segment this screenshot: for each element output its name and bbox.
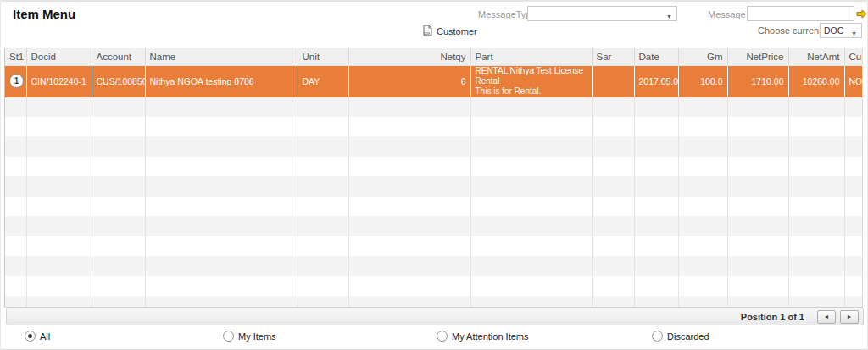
empty-cell xyxy=(592,136,634,157)
empty-cell xyxy=(844,216,863,236)
empty-cell xyxy=(5,256,26,276)
empty-cell xyxy=(634,117,678,137)
column-header-part[interactable]: Part xyxy=(470,48,592,65)
empty-cell xyxy=(634,176,678,197)
column-header-cur[interactable]: Cur xyxy=(844,48,863,65)
empty-cell xyxy=(92,276,145,297)
empty-cell xyxy=(678,136,727,157)
empty-cell xyxy=(92,97,145,117)
empty-cell xyxy=(348,197,470,217)
message-input[interactable] xyxy=(747,6,854,21)
empty-cell xyxy=(348,216,470,236)
empty-cell xyxy=(844,236,863,257)
column-header-netamt[interactable]: NetAmt xyxy=(788,48,844,65)
empty-cell xyxy=(678,236,727,257)
empty-cell xyxy=(788,197,844,217)
svg-text:cus: cus xyxy=(424,31,431,36)
table-row-selected[interactable]: 1CIN/102240-1CUS/100856Nithya NGOA testi… xyxy=(5,65,863,97)
empty-cell xyxy=(348,117,470,137)
item-menu-window: Item Menu MessageType ▼ Message cus Cust… xyxy=(0,0,868,350)
empty-cell xyxy=(592,256,634,276)
column-header-account[interactable]: Account xyxy=(92,48,145,65)
empty-cell xyxy=(145,216,298,236)
empty-cell xyxy=(145,136,298,157)
empty-cell xyxy=(145,276,298,297)
empty-cell xyxy=(298,216,348,236)
empty-cell xyxy=(678,216,727,236)
column-header-unit[interactable]: Unit xyxy=(298,48,348,65)
empty-cell xyxy=(470,276,592,297)
column-header-st1[interactable]: St1 xyxy=(5,48,26,65)
empty-cell xyxy=(470,97,592,117)
cell-name: Nithya NGOA testing 8786 xyxy=(145,65,298,97)
send-message-arrow-icon[interactable] xyxy=(855,8,868,20)
previous-page-button[interactable]: ◄ xyxy=(817,310,836,324)
cell-netamt: 10260.00 xyxy=(788,65,844,97)
empty-cell xyxy=(298,97,348,117)
customer-icon: cus xyxy=(421,25,433,37)
empty-cell xyxy=(727,296,788,308)
customer-button[interactable]: cus Customer xyxy=(421,25,477,37)
empty-cell xyxy=(844,117,863,137)
empty-cell xyxy=(145,236,298,257)
next-page-button[interactable]: ► xyxy=(840,310,859,324)
currency-dropdown[interactable]: DOC ▼ xyxy=(820,23,862,38)
filter-radio-my-attention-items[interactable]: My Attention Items xyxy=(437,331,528,342)
radio-icon xyxy=(25,331,36,342)
column-header-sar[interactable]: Sar xyxy=(592,48,634,65)
empty-cell xyxy=(592,296,634,308)
empty-cell xyxy=(5,176,26,197)
filter-radio-my-items[interactable]: My Items xyxy=(223,331,276,342)
empty-cell xyxy=(145,256,298,276)
empty-cell xyxy=(298,236,348,257)
column-header-gm[interactable]: Gm xyxy=(678,48,727,65)
empty-cell xyxy=(678,117,727,137)
empty-cell xyxy=(634,256,678,276)
cell-netqy: 6 xyxy=(348,65,470,97)
empty-cell xyxy=(348,136,470,157)
empty-cell xyxy=(298,276,348,297)
message-type-dropdown[interactable]: ▼ xyxy=(527,6,677,21)
items-grid: St1DocidAccountNameUnitNetqyPartSarDateG… xyxy=(4,48,863,308)
empty-row xyxy=(5,256,863,276)
choose-currency-label: Choose currency xyxy=(758,25,828,36)
column-header-netqy[interactable]: Netqy xyxy=(348,48,470,65)
empty-cell xyxy=(788,216,844,236)
filter-radio-discarded[interactable]: Discarded xyxy=(652,331,709,342)
empty-cell xyxy=(788,136,844,157)
empty-cell xyxy=(92,176,145,197)
empty-cell xyxy=(470,176,592,197)
filter-radio-label: Discarded xyxy=(667,331,709,342)
empty-cell xyxy=(634,216,678,236)
empty-row xyxy=(5,236,863,257)
empty-cell xyxy=(298,256,348,276)
column-header-docid[interactable]: Docid xyxy=(26,48,92,65)
column-header-name[interactable]: Name xyxy=(145,48,298,65)
empty-cell xyxy=(26,296,92,308)
empty-cell xyxy=(727,256,788,276)
empty-cell xyxy=(592,176,634,197)
empty-cell xyxy=(844,197,863,217)
empty-cell xyxy=(26,176,92,197)
empty-cell xyxy=(92,296,145,308)
cell-date: 2017.05.08 xyxy=(634,65,678,97)
cell-st1: 1 xyxy=(5,65,26,97)
filter-radio-all[interactable]: All xyxy=(25,331,50,342)
empty-cell xyxy=(145,176,298,197)
empty-cell xyxy=(788,176,844,197)
empty-cell xyxy=(26,276,92,297)
empty-row xyxy=(5,216,863,236)
column-header-netprice[interactable]: NetPrice xyxy=(727,48,788,65)
filter-radio-label: All xyxy=(40,331,50,342)
empty-cell xyxy=(678,296,727,308)
empty-cell xyxy=(634,236,678,257)
empty-cell xyxy=(844,296,863,308)
empty-cell xyxy=(298,157,348,177)
empty-cell xyxy=(92,136,145,157)
empty-cell xyxy=(26,197,92,217)
empty-cell xyxy=(92,197,145,217)
customer-label: Customer xyxy=(437,26,477,36)
empty-cell xyxy=(678,157,727,177)
empty-cell xyxy=(26,97,92,117)
column-header-date[interactable]: Date xyxy=(634,48,678,65)
